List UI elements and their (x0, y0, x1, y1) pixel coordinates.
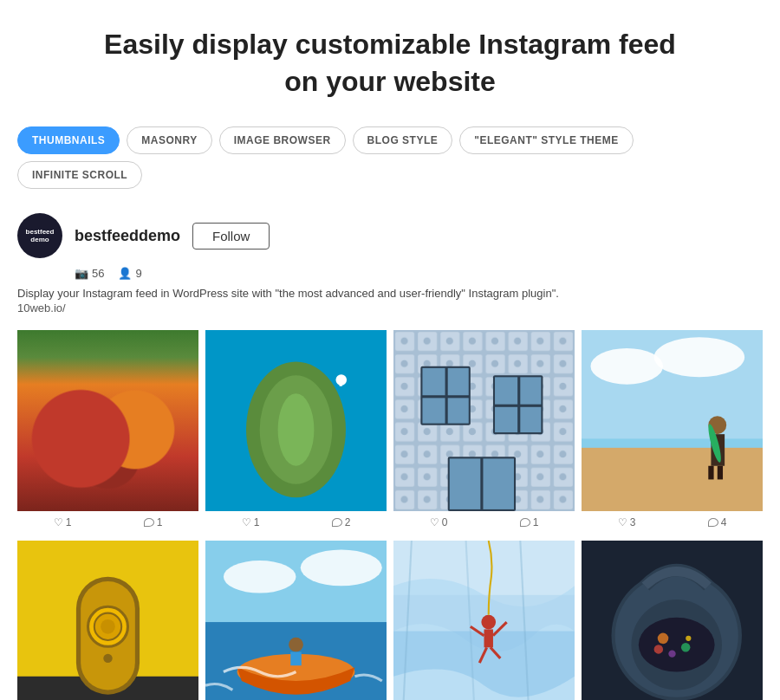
svg-rect-20 (422, 399, 445, 424)
svg-rect-11 (340, 376, 342, 387)
comment-icon (144, 518, 154, 527)
image-door[interactable] (17, 541, 198, 700)
pumpkin-comments: 1 (144, 516, 163, 528)
image-card-surfer[interactable]: ♡ 3 4 (582, 330, 763, 534)
pumpkin-comments-count: 1 (157, 516, 163, 528)
image-pumpkin-stats: ♡ 1 1 (17, 511, 198, 534)
svg-point-32 (590, 348, 663, 385)
svg-point-3 (31, 425, 94, 498)
svg-point-52 (301, 550, 382, 587)
surfer-comments: 4 (708, 516, 727, 528)
comment-icon (520, 518, 530, 527)
comment-icon (332, 518, 342, 527)
image-card-climber[interactable]: ♡ 0 0 (393, 541, 575, 700)
svg-point-4 (121, 425, 194, 489)
aerial-likes: ♡ 1 (242, 516, 260, 528)
image-aerial[interactable] (205, 330, 387, 511)
svg-rect-23 (495, 378, 517, 405)
image-card-pumpkin[interactable]: ♡ 1 1 (17, 330, 198, 534)
profile-username: bestfeeddemo (75, 227, 180, 245)
image-building-stats: ♡ 0 1 (393, 511, 575, 534)
tab-elegant-style[interactable]: "ELEGANT" STYLE THEME (459, 126, 634, 154)
building-comments-count: 1 (533, 516, 539, 528)
svg-point-48 (103, 654, 112, 663)
profile-link[interactable]: 10web.io/ (17, 301, 763, 314)
headline-line1: Easily display customizable Instagram fe… (104, 29, 676, 60)
surfer-likes: ♡ 3 (618, 516, 636, 528)
profile-section: bestfeed demo bestfeeddemo Follow (17, 213, 763, 258)
image-boat[interactable] (205, 541, 387, 700)
headline-section: Easily display customizable Instagram fe… (17, 26, 763, 100)
aerial-comments-count: 2 (345, 516, 351, 528)
profile-bio: Display your Instagram feed in WordPress… (17, 287, 763, 300)
building-likes-count: 0 (442, 516, 448, 528)
heart-icon: ♡ (618, 516, 627, 528)
image-card-aerial[interactable]: ♡ 1 2 (205, 330, 387, 534)
heart-icon: ♡ (242, 516, 251, 528)
svg-rect-29 (483, 459, 514, 510)
svg-point-47 (101, 619, 115, 634)
posts-stat: 📷 56 (75, 267, 104, 280)
headline-text: Easily display customizable Instagram fe… (17, 26, 763, 100)
headline-line2: on your website (284, 66, 496, 97)
tab-bar: THUMBNAILS MASONRY IMAGE BROWSER BLOG ST… (17, 126, 763, 189)
svg-point-51 (224, 561, 296, 593)
svg-rect-19 (448, 368, 469, 395)
posts-count: 56 (92, 267, 104, 280)
building-likes: ♡ 0 (430, 516, 448, 528)
svg-rect-21 (448, 399, 469, 424)
svg-point-73 (681, 643, 690, 651)
building-comments: 1 (520, 516, 539, 528)
person-icon: 👤 (118, 267, 132, 280)
image-surfer[interactable] (582, 330, 763, 511)
tab-infinite-scroll[interactable]: INFINITE SCROLL (17, 161, 142, 189)
heart-icon: ♡ (54, 516, 63, 528)
image-card-building[interactable]: ♡ 0 1 (393, 330, 575, 534)
svg-rect-37 (708, 466, 713, 480)
tab-masonry[interactable]: MASONRY (127, 126, 211, 154)
aerial-comments: 2 (332, 516, 351, 528)
svg-point-2 (94, 394, 176, 485)
tab-thumbnails[interactable]: THUMBNAILS (17, 126, 120, 154)
svg-point-1 (36, 407, 126, 489)
svg-rect-62 (484, 630, 493, 648)
follow-button[interactable]: Follow (192, 223, 270, 250)
svg-rect-24 (520, 378, 541, 405)
svg-rect-18 (422, 368, 445, 395)
surfer-likes-count: 3 (630, 516, 636, 528)
svg-rect-38 (718, 466, 723, 480)
tab-image-browser[interactable]: IMAGE BROWSER (219, 126, 346, 154)
svg-rect-25 (495, 407, 517, 432)
svg-point-54 (289, 638, 303, 652)
profile-stats: 📷 56 👤 9 (75, 267, 763, 280)
image-card-boat[interactable]: ♡ 1 1 (205, 541, 387, 700)
svg-point-33 (654, 338, 745, 378)
tab-blog-style[interactable]: BLOG STYLE (353, 126, 453, 154)
svg-rect-28 (450, 459, 481, 510)
pumpkin-likes: ♡ 1 (54, 516, 72, 528)
image-climber[interactable] (393, 541, 575, 700)
svg-point-9 (278, 394, 315, 467)
aerial-likes-count: 1 (254, 516, 260, 528)
svg-rect-55 (290, 652, 302, 666)
svg-rect-34 (582, 448, 763, 511)
heart-icon: ♡ (430, 516, 439, 528)
avatar-text: bestfeed demo (17, 226, 62, 246)
image-card-door[interactable]: ♡ 0 4 (17, 541, 198, 700)
camera-icon: 📷 (75, 267, 88, 280)
svg-point-72 (658, 633, 669, 645)
image-grid: ♡ 1 1 (17, 330, 763, 700)
image-teapot[interactable] (582, 541, 763, 700)
image-surfer-stats: ♡ 3 4 (582, 511, 763, 534)
image-building[interactable] (393, 330, 575, 511)
pumpkin-likes-count: 1 (66, 516, 72, 528)
followers-stat: 👤 9 (118, 267, 141, 280)
svg-point-71 (639, 618, 715, 672)
image-pumpkin[interactable] (17, 330, 198, 511)
svg-rect-0 (17, 330, 198, 511)
avatar: bestfeed demo (17, 213, 62, 258)
image-card-teapot[interactable]: ♡ 0 0 (582, 541, 763, 700)
page-wrapper: Easily display customizable Instagram fe… (0, 0, 780, 700)
followers-count: 9 (135, 267, 141, 280)
comment-icon (708, 518, 718, 527)
